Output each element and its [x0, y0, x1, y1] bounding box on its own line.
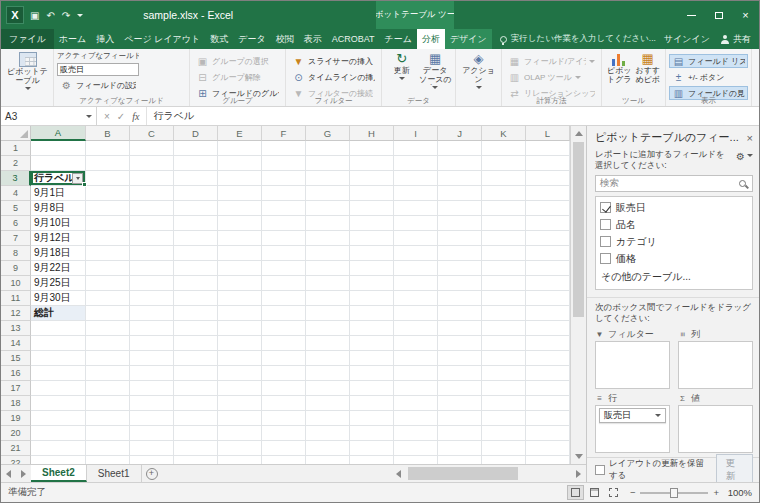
- cell-K18[interactable]: [482, 396, 526, 411]
- cell-C8[interactable]: [130, 246, 174, 261]
- cell-A3[interactable]: 行ラベル: [31, 171, 86, 186]
- cell-F8[interactable]: [262, 246, 306, 261]
- tab-data[interactable]: データ: [233, 29, 270, 49]
- cell-K22[interactable]: [482, 456, 526, 464]
- cell-D9[interactable]: [174, 261, 218, 276]
- cell-D15[interactable]: [174, 351, 218, 366]
- cell-J19[interactable]: [438, 411, 482, 426]
- cell-A8[interactable]: 9月18日: [31, 246, 86, 261]
- zoom-in-button[interactable]: +: [713, 487, 719, 498]
- cell-J10[interactable]: [438, 276, 482, 291]
- cell-J13[interactable]: [438, 321, 482, 336]
- cell-K14[interactable]: [482, 336, 526, 351]
- cell-L11[interactable]: [526, 291, 570, 306]
- refresh-button[interactable]: ↻ 更新: [385, 51, 419, 95]
- cell-D3[interactable]: [174, 171, 218, 186]
- cell-I5[interactable]: [394, 201, 438, 216]
- cell-K3[interactable]: [482, 171, 526, 186]
- row-header-18[interactable]: 18: [1, 396, 31, 411]
- cell-J6[interactable]: [438, 216, 482, 231]
- zoom-out-button[interactable]: −: [630, 487, 636, 498]
- cell-H9[interactable]: [350, 261, 394, 276]
- cell-B12[interactable]: [86, 306, 130, 321]
- cell-L17[interactable]: [526, 381, 570, 396]
- field-checkbox-price[interactable]: [600, 253, 611, 264]
- column-header-D[interactable]: D: [174, 126, 218, 141]
- cell-I3[interactable]: [394, 171, 438, 186]
- cell-G11[interactable]: [306, 291, 350, 306]
- cell-K20[interactable]: [482, 426, 526, 441]
- cell-A7[interactable]: 9月12日: [31, 231, 86, 246]
- cell-J3[interactable]: [438, 171, 482, 186]
- cell-H2[interactable]: [350, 156, 394, 171]
- cell-F15[interactable]: [262, 351, 306, 366]
- cell-A9[interactable]: 9月22日: [31, 261, 86, 276]
- row-header-8[interactable]: 8: [1, 246, 31, 261]
- cell-F7[interactable]: [262, 231, 306, 246]
- cell-B6[interactable]: [86, 216, 130, 231]
- cell-D5[interactable]: [174, 201, 218, 216]
- insert-slicer-button[interactable]: ▼スライサーの挿入: [289, 54, 378, 68]
- cell-K17[interactable]: [482, 381, 526, 396]
- sheet-tab-sheet1[interactable]: Sheet1: [87, 465, 142, 482]
- cell-A6[interactable]: 9月10日: [31, 216, 86, 231]
- row-header-16[interactable]: 16: [1, 366, 31, 381]
- cell-D20[interactable]: [174, 426, 218, 441]
- cell-H7[interactable]: [350, 231, 394, 246]
- scroll-up-button[interactable]: [571, 126, 586, 141]
- row-header-22[interactable]: 22: [1, 456, 31, 464]
- cell-L21[interactable]: [526, 441, 570, 456]
- cell-A11[interactable]: 9月30日: [31, 291, 86, 306]
- cell-I2[interactable]: [394, 156, 438, 171]
- cell-I21[interactable]: [394, 441, 438, 456]
- cell-F1[interactable]: [262, 141, 306, 156]
- pivotchart-button[interactable]: ピボットグラフ: [605, 51, 634, 95]
- cell-G17[interactable]: [306, 381, 350, 396]
- cell-G13[interactable]: [306, 321, 350, 336]
- cell-I1[interactable]: [394, 141, 438, 156]
- sign-in-button[interactable]: サインイン: [664, 33, 710, 46]
- ungroup-button[interactable]: ⊟グループ解除: [193, 70, 282, 84]
- scroll-left-button[interactable]: [391, 470, 406, 478]
- formula-content[interactable]: 行ラベル: [147, 107, 759, 125]
- area-box-values[interactable]: [678, 405, 753, 453]
- cell-H22[interactable]: [350, 456, 394, 464]
- tell-me-box[interactable]: 実行したい作業を入力してください...: [500, 29, 656, 49]
- cell-B20[interactable]: [86, 426, 130, 441]
- column-header-C[interactable]: C: [130, 126, 174, 141]
- cell-K5[interactable]: [482, 201, 526, 216]
- cell-I15[interactable]: [394, 351, 438, 366]
- pane-close-icon[interactable]: ×: [747, 132, 753, 144]
- actions-button[interactable]: ◈ アクション: [459, 51, 498, 95]
- cell-B17[interactable]: [86, 381, 130, 396]
- excel-app-icon[interactable]: X: [6, 6, 24, 24]
- column-header-B[interactable]: B: [86, 126, 130, 141]
- cell-K12[interactable]: [482, 306, 526, 321]
- horizontal-scrollbar-thumb[interactable]: [408, 467, 518, 480]
- fill-handle[interactable]: [82, 182, 87, 187]
- share-button[interactable]: 共有: [720, 33, 751, 46]
- cell-L20[interactable]: [526, 426, 570, 441]
- cell-E20[interactable]: [218, 426, 262, 441]
- select-all-button[interactable]: [1, 126, 31, 141]
- cell-G6[interactable]: [306, 216, 350, 231]
- cell-B4[interactable]: [86, 186, 130, 201]
- scroll-down-button[interactable]: [571, 449, 586, 464]
- cell-K2[interactable]: [482, 156, 526, 171]
- cell-I9[interactable]: [394, 261, 438, 276]
- cell-G3[interactable]: [306, 171, 350, 186]
- cell-D16[interactable]: [174, 366, 218, 381]
- cell-I14[interactable]: [394, 336, 438, 351]
- cell-E8[interactable]: [218, 246, 262, 261]
- cell-H21[interactable]: [350, 441, 394, 456]
- cell-D10[interactable]: [174, 276, 218, 291]
- close-button[interactable]: ×: [732, 1, 759, 29]
- cell-L10[interactable]: [526, 276, 570, 291]
- cell-I7[interactable]: [394, 231, 438, 246]
- cell-A1[interactable]: [31, 141, 86, 156]
- row-header-15[interactable]: 15: [1, 351, 31, 366]
- cell-G22[interactable]: [306, 456, 350, 464]
- cell-A12[interactable]: 総計: [31, 306, 86, 321]
- cell-G1[interactable]: [306, 141, 350, 156]
- column-header-A[interactable]: A: [31, 126, 86, 141]
